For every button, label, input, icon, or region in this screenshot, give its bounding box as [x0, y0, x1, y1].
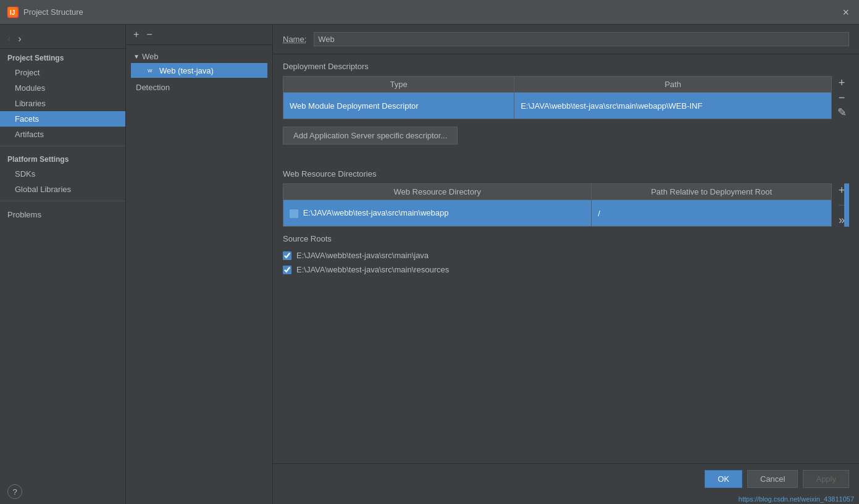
center-panel: + − ▼ Web W Web (test-java) Detection	[126, 25, 273, 504]
facet-item-web-test-java[interactable]: W Web (test-java)	[131, 63, 267, 78]
sidebar: ‹ › Project Settings Project Modules Lib…	[0, 25, 126, 504]
web-resource-table: Web Resource Directory Path Relative to …	[283, 183, 832, 227]
web-dir-cell: E:\JAVA\webb\test-java\src\main\webapp	[283, 200, 592, 227]
sidebar-item-libraries[interactable]: Libraries	[0, 96, 125, 111]
project-settings-header: Project Settings	[0, 49, 125, 65]
center-toolbar: + −	[126, 25, 272, 45]
content-scroll: Deployment Descriptors Type Path Web Mod…	[273, 54, 859, 463]
sidebar-item-sdks[interactable]: SDKs	[0, 166, 125, 182]
back-button[interactable]: ‹	[5, 32, 13, 46]
deployment-descriptors-table: Type Path Web Module Deployment Descript…	[283, 76, 832, 119]
deployment-descriptors-title: Deployment Descriptors	[283, 62, 849, 71]
source-root-path-0: E:\JAVA\webb\test-java\src\main\java	[296, 251, 429, 260]
folder-icon	[290, 209, 298, 218]
apply-button[interactable]: Apply	[803, 470, 849, 488]
deployment-edit-button[interactable]: ✎	[834, 106, 849, 119]
add-facet-button[interactable]: +	[131, 28, 141, 41]
facet-group-web-header[interactable]: ▼ Web	[131, 50, 267, 63]
remove-facet-button[interactable]: −	[144, 28, 154, 41]
content-panel: Name: Deployment Descriptors Type Path	[273, 25, 859, 504]
close-button[interactable]: ×	[840, 6, 852, 19]
title-bar-left: IJ Project Structure	[7, 7, 83, 18]
sidebar-divider	[0, 146, 125, 146]
nav-bar: ‹ ›	[0, 30, 125, 49]
col-header-type: Type	[283, 77, 514, 93]
sidebar-item-modules[interactable]: Modules	[0, 80, 125, 96]
source-roots-title: Source Roots	[283, 234, 849, 243]
table-row[interactable]: Web Module Deployment Descriptor E:\JAVA…	[283, 93, 832, 119]
url-bar: https://blog.csdn.net/weixin_43811057	[273, 494, 859, 504]
detection-item[interactable]: Detection	[126, 80, 272, 94]
table-row[interactable]: E:\JAVA\webb\test-java\src\main\webapp /	[283, 200, 832, 227]
deployment-path-cell: E:\JAVA\webb\test-java\src\main\webapp\W…	[514, 93, 832, 119]
source-root-checkbox-1[interactable]	[283, 266, 291, 274]
source-root-path-1: E:\JAVA\webb\test-java\src\main\resource…	[296, 265, 449, 274]
dialog-title: Project Structure	[23, 7, 83, 17]
right-border-bar	[844, 183, 849, 227]
name-row: Name:	[273, 25, 859, 54]
col-header-path: Path	[514, 77, 832, 93]
add-descriptor-button[interactable]: Add Application Server specific descript…	[283, 127, 458, 145]
name-label: Name:	[283, 35, 306, 44]
facet-web-icon: W	[146, 65, 156, 75]
main-container: ‹ › Project Settings Project Modules Lib…	[0, 25, 859, 504]
facet-tree: ▼ Web W Web (test-java) Detection	[126, 45, 272, 504]
col-header-rel-path: Path Relative to Deployment Root	[592, 184, 832, 200]
sidebar-item-project[interactable]: Project	[0, 65, 125, 80]
app-icon: IJ	[7, 7, 19, 18]
bottom-panel: OK Cancel Apply	[273, 463, 859, 494]
sidebar-divider-2	[0, 201, 125, 201]
sidebar-item-artifacts[interactable]: Artifacts	[0, 127, 125, 142]
name-input[interactable]	[314, 32, 849, 46]
title-bar: IJ Project Structure ×	[0, 0, 859, 25]
deployment-remove-button[interactable]: −	[834, 91, 849, 104]
cancel-button[interactable]: Cancel	[747, 470, 798, 488]
deployment-table-buttons: + − ✎	[832, 76, 849, 119]
help-button[interactable]: ?	[7, 484, 22, 499]
col-header-web-dir: Web Resource Directory	[283, 184, 592, 200]
svg-text:IJ: IJ	[10, 9, 15, 16]
source-root-checkbox-0[interactable]	[283, 251, 291, 260]
source-root-row-1: E:\JAVA\webb\test-java\src\main\resource…	[283, 262, 849, 277]
rel-path-cell: /	[592, 200, 832, 227]
forward-button[interactable]: ›	[15, 32, 23, 46]
platform-settings-header: Platform Settings	[0, 150, 125, 166]
deployment-table-wrapper: Type Path Web Module Deployment Descript…	[283, 76, 849, 119]
facet-group-label: Web	[142, 52, 159, 61]
source-root-row-0: E:\JAVA\webb\test-java\src\main\java	[283, 248, 849, 262]
svg-text:W: W	[148, 68, 153, 74]
deployment-type-cell: Web Module Deployment Descriptor	[283, 93, 514, 119]
chevron-down-icon: ▼	[133, 53, 140, 60]
web-resource-dir-title: Web Resource Directories	[283, 169, 849, 178]
facet-group-web: ▼ Web W Web (test-java)	[126, 48, 272, 80]
web-resource-table-wrapper: Web Resource Directory Path Relative to …	[283, 183, 849, 227]
deployment-add-button[interactable]: +	[834, 76, 849, 90]
sidebar-item-problems[interactable]: Problems	[0, 205, 125, 222]
ok-button[interactable]: OK	[705, 470, 742, 488]
sidebar-item-global-libraries[interactable]: Global Libraries	[0, 182, 125, 197]
sidebar-item-facets[interactable]: Facets	[0, 111, 125, 127]
facet-item-label: Web (test-java)	[159, 66, 214, 75]
